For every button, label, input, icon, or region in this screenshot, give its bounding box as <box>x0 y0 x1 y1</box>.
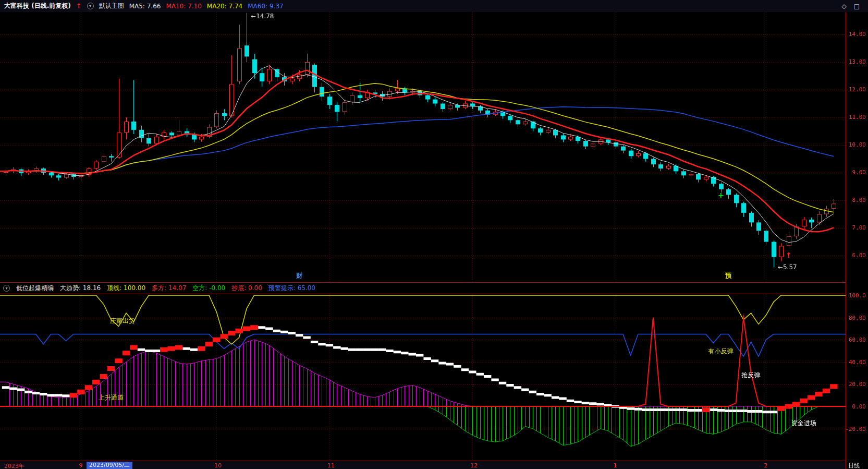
pane-divider-bottom <box>0 294 846 294</box>
selected-date-badge: 2023/09/05/二 <box>87 462 132 469</box>
ma5-value-label: MA5: 7.66 <box>129 3 161 10</box>
indicator-name[interactable]: 低位起爆精编 <box>16 284 54 293</box>
price-axis-label: 9.00 <box>852 169 866 176</box>
ma10-value-label: MA10: 7.10 <box>166 3 201 10</box>
overlay-selector-button[interactable]: 默认主图 <box>99 2 124 10</box>
indicator-axis-label: 0.00 <box>852 403 866 410</box>
price-axis-label: 13.00 <box>849 58 866 65</box>
indicator-chevron-icon[interactable]: ▾ <box>3 285 10 292</box>
price-axis-label: 7.00 <box>852 224 866 231</box>
window-icon[interactable]: □ <box>854 3 860 10</box>
month-tick-label: 10 <box>214 462 222 469</box>
month-tick-label: 11 <box>327 462 335 469</box>
indicator-field-chaodi: 抄底: 0.00 <box>231 284 262 293</box>
month-tick-label: 2 <box>764 462 767 469</box>
price-axis-column: 14.0013.0012.0011.0010.009.008.007.006.0… <box>846 12 868 469</box>
period-selector[interactable]: 日线 <box>848 462 860 469</box>
ma20-value-label: MA20: 7.74 <box>207 3 242 10</box>
indicator-field-dingxian: 顶线: 100.00 <box>107 284 145 293</box>
indicator-axis-label: 20.00 <box>849 381 866 388</box>
month-tick-label: 1 <box>614 462 617 469</box>
main-overlay-chevron-icon[interactable]: ▾ <box>87 3 94 9</box>
price-axis-label: 8.00 <box>852 197 866 203</box>
indicator-field-duofang: 多方: 14.07 <box>152 284 186 293</box>
price-axis-label: 10.00 <box>849 141 866 148</box>
diamond-icon[interactable]: ◇ <box>841 3 846 10</box>
ma60-value-label: MA60: 9.37 <box>248 3 283 10</box>
month-tick-label: 9 <box>79 462 82 469</box>
up-arrow-icon: ↑ <box>76 2 82 10</box>
indicator-axis-label: 100.0 <box>849 292 866 299</box>
indicator-header: ▾ 低位起爆精编 大趋势: 18.16 顶线: 100.00 多方: 14.07… <box>0 283 846 294</box>
price-axis-label: 14.00 <box>849 31 866 38</box>
indicator-field-yujing: 预警提示: 65.00 <box>268 284 315 293</box>
top-toolbar: 大富科技 (日线.前复权) ↑ ▾ 默认主图 MA5: 7.66 MA10: 7… <box>0 0 868 12</box>
month-tick-label: 12 <box>470 462 478 469</box>
price-axis-label: 6.00 <box>852 252 866 259</box>
indicator-canvas[interactable] <box>0 294 846 461</box>
year-label: 2023年 <box>4 462 25 469</box>
price-axis-label: 11.00 <box>849 114 866 121</box>
price-axis-label: 12.00 <box>849 86 866 93</box>
window-controls: ◇ □ <box>841 3 860 10</box>
main-chart-canvas[interactable] <box>0 12 846 282</box>
indicator-field-daqushi: 大趋势: 18.16 <box>60 284 101 293</box>
indicator-axis-label: 80.00 <box>849 315 866 321</box>
indicator-field-kongfang: 空方: -0.00 <box>192 284 225 293</box>
indicator-axis-label: -20.00 <box>845 426 866 432</box>
stock-chart-app: 大富科技 (日线.前复权) ↑ ▾ 默认主图 MA5: 7.66 MA10: 7… <box>0 0 868 469</box>
indicator-axis-label: 60.00 <box>849 336 866 343</box>
indicator-axis-label: 40.00 <box>849 359 866 366</box>
stock-title: 大富科技 (日线.前复权) <box>4 2 71 10</box>
time-axis-bar[interactable]: 2023年 2023/09/05/二 910111212 <box>0 461 846 469</box>
